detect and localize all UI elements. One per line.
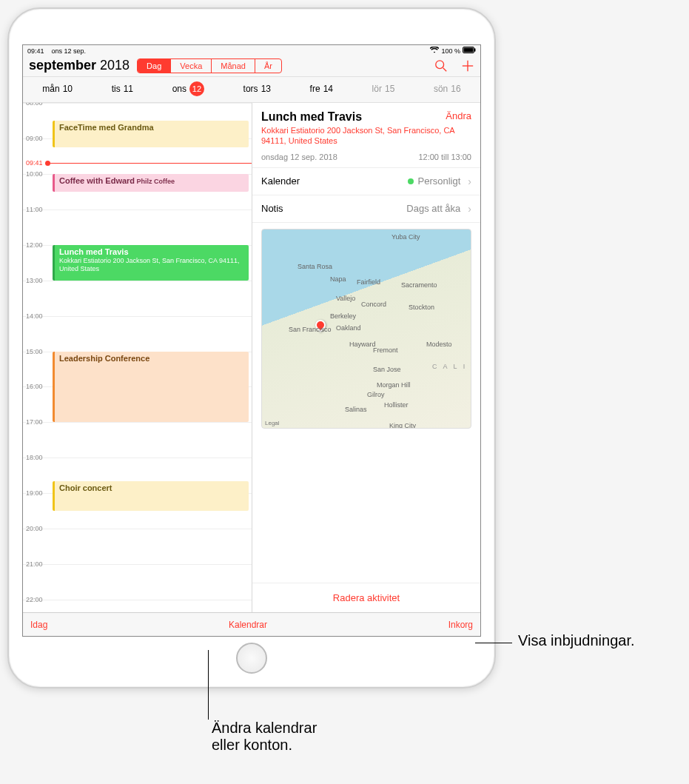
hour-row: 20:00: [23, 529, 252, 529]
month-label: september: [29, 58, 96, 73]
hour-label: 14:00: [26, 312, 43, 320]
now-label: 09:41: [26, 159, 43, 167]
day-strip: mån10tis11ons12tors13fre14lör15sön16: [23, 77, 480, 103]
map-city-label: San Jose: [373, 366, 401, 373]
detail-header: Lunch med Travis Ändra Kokkari Estiatori…: [252, 103, 480, 168]
day-mån[interactable]: mån10: [42, 84, 73, 94]
hour-label: 19:00: [26, 489, 43, 497]
status-bar: 09:41 ons 12 sep. 100 %: [23, 45, 480, 56]
seg-week[interactable]: Vecka: [171, 59, 212, 73]
now-indicator: [48, 163, 252, 164]
callout-inbox: Visa inbjudningar.: [518, 632, 635, 649]
chevron-right-icon: ›: [468, 203, 471, 215]
map-region-label: C A L I: [432, 363, 467, 370]
map-city-label: Morgan Hill: [377, 381, 411, 389]
status-time: 09:41: [27, 47, 44, 55]
map-city-label: Gilroy: [367, 391, 385, 398]
alert-row-value: Dags att åka: [406, 203, 460, 214]
callout-calendars: Ändra kalendrar eller konton.: [212, 720, 317, 754]
ipad-frame: 09:41 ons 12 sep. 100 % september 2018: [7, 7, 496, 688]
page-title: september 2018: [29, 58, 130, 73]
map-city-label: Concord: [361, 301, 386, 308]
hour-label: 08:00: [26, 103, 43, 107]
day-fre[interactable]: fre14: [310, 84, 333, 94]
event-title: Leadership Conference: [59, 354, 244, 363]
calendar-row-label: Kalender: [261, 175, 300, 187]
seg-month[interactable]: Månad: [212, 59, 255, 73]
header-actions: [434, 59, 474, 73]
detail-title: Lunch med Travis: [261, 110, 362, 124]
map-legal[interactable]: Legal: [265, 420, 280, 426]
hour-row: 17:00: [23, 422, 252, 423]
view-segmented-control[interactable]: Dag Vecka Månad År: [137, 58, 282, 73]
event-block[interactable]: Choir concert: [53, 481, 249, 511]
hour-label: 22:00: [26, 596, 43, 603]
map-city-label: Sacramento: [401, 281, 437, 289]
day-sön[interactable]: sön16: [434, 84, 461, 94]
header: september 2018 Dag Vecka Månad År: [23, 56, 480, 77]
callout-line: [208, 650, 209, 720]
calendars-button[interactable]: Kalendrar: [229, 620, 267, 630]
screen: 09:41 ons 12 sep. 100 % september 2018: [22, 44, 481, 637]
event-title: Coffee with Edward Philz Coffee: [59, 176, 175, 185]
hour-label: 09:00: [26, 135, 43, 142]
event-subtitle: Kokkari Estiatorio 200 Jackson St, San F…: [59, 257, 240, 272]
calendar-row-value: Personligt: [418, 175, 461, 187]
event-block[interactable]: Coffee with Edward Philz Coffee: [53, 174, 249, 192]
search-icon[interactable]: [434, 59, 448, 73]
event-title: Lunch med Travis: [59, 247, 244, 256]
battery-text: 100 %: [441, 47, 460, 55]
map-city-label: Fremont: [373, 346, 398, 354]
map-city-label: Oakland: [336, 324, 361, 332]
battery-icon: [463, 47, 476, 55]
main: 08:0009:0010:0011:0012:0013:0014:0015:00…: [23, 103, 480, 612]
map-city-label: San Francisco: [289, 326, 332, 333]
hour-label: 13:00: [26, 277, 43, 284]
status-right: 100 %: [430, 47, 476, 55]
status-date: ons 12 sep.: [52, 47, 87, 55]
map-city-label: Fairfield: [357, 278, 380, 286]
home-button[interactable]: [236, 643, 267, 674]
day-tors[interactable]: tors13: [243, 84, 271, 94]
detail-time: 12:00 till 13:00: [418, 153, 471, 161]
hour-label: 20:00: [26, 525, 43, 532]
alert-row-label: Notis: [261, 203, 283, 214]
hour-label: 12:00: [26, 241, 43, 249]
day-tis[interactable]: tis11: [112, 84, 133, 94]
day-lör[interactable]: lör15: [372, 84, 395, 94]
seg-year[interactable]: År: [255, 59, 281, 73]
callout-line: [475, 643, 512, 643]
edit-button[interactable]: Ändra: [446, 110, 471, 121]
timeline[interactable]: 08:0009:0010:0011:0012:0013:0014:0015:00…: [23, 103, 252, 612]
event-title: FaceTime med Grandma: [59, 123, 244, 132]
map-city-label: King City: [389, 422, 416, 429]
year-label: 2018: [100, 58, 130, 73]
event-block[interactable]: Leadership Conference: [53, 352, 249, 423]
event-title: Choir concert: [59, 483, 244, 492]
map[interactable]: Legal Yuba CitySanta RosaNapaFairfieldSa…: [261, 229, 471, 429]
calendar-row[interactable]: Kalender Personligt ›: [252, 168, 480, 195]
detail-location[interactable]: Kokkari Estiatorio 200 Jackson St, San F…: [261, 125, 471, 147]
selected-day-badge: 12: [189, 81, 204, 96]
seg-day[interactable]: Dag: [138, 59, 171, 73]
svg-rect-1: [464, 48, 474, 53]
bottom-toolbar: Idag Kalendrar Inkorg: [23, 612, 480, 636]
today-button[interactable]: Idag: [30, 620, 47, 630]
map-city-label: Berkeley: [330, 312, 356, 320]
hour-label: 18:00: [26, 454, 43, 461]
add-icon[interactable]: [461, 59, 474, 73]
hour-label: 17:00: [26, 418, 43, 426]
hour-label: 21:00: [26, 560, 43, 568]
alert-row[interactable]: Notis Dags att åka ›: [252, 195, 480, 223]
day-ons[interactable]: ons12: [172, 81, 204, 96]
event-block[interactable]: Lunch med Travis Kokkari Estiatorio 200 …: [53, 245, 249, 281]
status-left: 09:41 ons 12 sep.: [27, 47, 86, 55]
delete-event-button[interactable]: Radera aktivitet: [252, 583, 480, 612]
event-block[interactable]: FaceTime med Grandma: [53, 121, 249, 147]
map-city-label: Yuba City: [391, 233, 420, 241]
hour-label: 11:00: [26, 206, 43, 213]
detail-date: onsdag 12 sep. 2018: [261, 153, 337, 161]
inbox-button[interactable]: Inkorg: [448, 620, 473, 630]
map-city-label: Stockton: [409, 304, 434, 311]
map-city-label: Hayward: [349, 341, 376, 348]
